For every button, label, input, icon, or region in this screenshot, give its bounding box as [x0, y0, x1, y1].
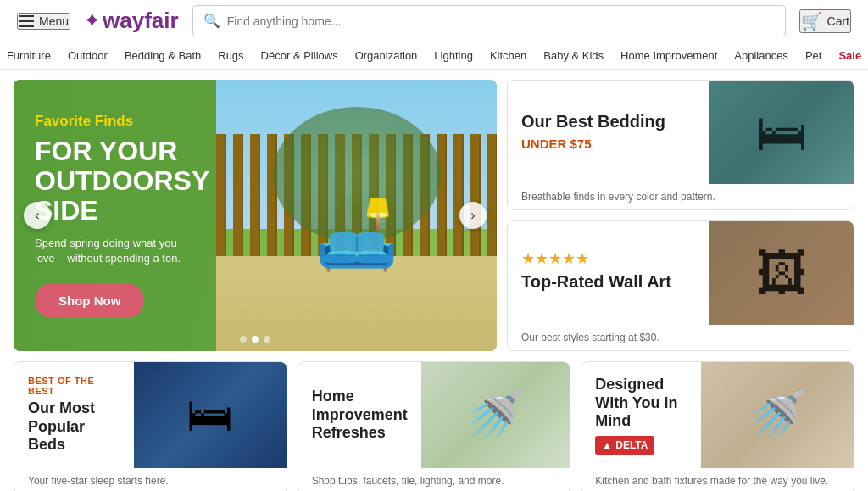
bottom-card-beds-text: BEST OF THE BEST Our Most Popular Beds [14, 362, 134, 468]
bottom-card-hi-text: Home Improvement Refreshes [298, 362, 421, 468]
hero-section: 🛋️ Favorite Finds FOR YOUR OUTDOORSY SID… [14, 80, 854, 351]
search-bar[interactable]: 🔍 [192, 5, 786, 36]
bottom-card-delta-image [701, 362, 854, 468]
search-icon: 🔍 [203, 13, 220, 29]
bottom-card-beds[interactable]: BEST OF THE BEST Our Most Popular Beds Y… [14, 361, 287, 491]
promo-card-wallart[interactable]: ★★★★★ Top-Rated Wall Art Our best styles… [507, 220, 854, 351]
nav-outdoor[interactable]: Outdoor [68, 49, 108, 62]
hero-banner: 🛋️ Favorite Finds FOR YOUR OUTDOORSY SID… [14, 80, 497, 351]
promo-bedding-title: Our Best Bedding [521, 111, 696, 131]
bottom-card-delta-text: Designed With You in Mind ▲ DELTA [581, 362, 701, 468]
nav-decor-pillows[interactable]: Décor & Pillows [261, 49, 338, 62]
cart-icon: 🛒 [801, 11, 822, 31]
nav-organization[interactable]: Organization [355, 49, 418, 62]
hero-cta-button[interactable]: Shop Now [35, 283, 144, 318]
promo-wallart-title: Top-Rated Wall Art [521, 271, 696, 292]
carousel-dots [240, 336, 270, 343]
carousel-dot-2[interactable] [252, 336, 259, 343]
bottom-card-beds-title: Our Most Popular Beds [28, 399, 120, 455]
promo-bedding-subtitle: UNDER $75 [521, 137, 696, 151]
bottom-card-beds-eyebrow: BEST OF THE BEST [28, 376, 120, 396]
menu-button[interactable]: Menu [17, 13, 70, 30]
site-header: Menu ✦ wayfair 🔍 🛒 Cart [0, 0, 868, 42]
bottom-card-delta-title: Designed With You in Mind [595, 376, 687, 431]
logo-icon: ✦ [84, 10, 99, 32]
delta-logo: ▲ DELTA [595, 436, 654, 455]
promo-bedding-image [709, 81, 854, 184]
nav-sale[interactable]: Sale [838, 49, 861, 62]
promo-wallart-caption: Our best styles starting at $30. [508, 325, 854, 350]
nav-furniture[interactable]: Furniture [7, 49, 51, 62]
bottom-cards-section: BEST OF THE BEST Our Most Popular Beds Y… [14, 361, 854, 491]
nav-kitchen[interactable]: Kitchen [490, 49, 526, 62]
promo-bedding-text: Our Best Bedding UNDER $75 [508, 81, 709, 184]
bottom-card-hi-title: Home Improvement Refreshes [312, 388, 408, 443]
hero-subtitle: Favorite Finds [35, 113, 195, 130]
hero-right-panels: Our Best Bedding UNDER $75 Breathable fi… [507, 80, 854, 351]
delta-triangle-icon: ▲ [602, 439, 612, 451]
nav-bedding-bath[interactable]: Bedding & Bath [125, 49, 201, 62]
promo-wallart-stars: ★★★★★ [521, 249, 696, 268]
nav-baby-kids[interactable]: Baby & Kids [543, 49, 604, 62]
hero-scene-bg: 🛋️ [216, 80, 497, 351]
carousel-next-button[interactable]: › [459, 202, 487, 229]
menu-label: Menu [39, 14, 69, 28]
promo-card-bedding[interactable]: Our Best Bedding UNDER $75 Breathable fi… [507, 80, 854, 210]
bottom-card-hi-image [421, 362, 570, 468]
nav-pet[interactable]: Pet [805, 49, 822, 62]
hero-description: Spend spring doing what you love – witho… [35, 236, 195, 266]
nav-lighting[interactable]: Lighting [434, 49, 473, 62]
main-content: 🛋️ Favorite Finds FOR YOUR OUTDOORSY SID… [0, 70, 868, 491]
sofa-image: 🛋️ [314, 195, 399, 275]
delta-label: DELTA [615, 439, 648, 451]
bottom-card-hi-caption: Shop tubs, faucets, tile, lighting, and … [298, 468, 570, 491]
hero-title: FOR YOUR OUTDOORSY SIDE [35, 137, 195, 226]
bottom-card-delta[interactable]: Designed With You in Mind ▲ DELTA Kitche… [581, 361, 854, 491]
carousel-prev-button[interactable]: ‹ [24, 202, 51, 229]
logo-text: wayfair [103, 8, 179, 34]
carousel-dot-3[interactable] [264, 336, 270, 343]
bottom-card-delta-caption: Kitchen and bath fixtures made for the w… [581, 468, 854, 491]
bottom-card-beds-caption: Your five-star sleep starts here. [14, 468, 287, 491]
nav-home-improvement[interactable]: Home Improvement [620, 49, 717, 62]
logo[interactable]: ✦ wayfair [84, 8, 179, 34]
cart-button[interactable]: 🛒 Cart [799, 9, 851, 33]
promo-wallart-text: ★★★★★ Top-Rated Wall Art [508, 221, 709, 325]
bottom-card-beds-image [134, 362, 287, 468]
main-nav: Furniture Outdoor Bedding & Bath Rugs Dé… [0, 42, 868, 70]
promo-wallart-image [709, 221, 854, 325]
promo-bedding-caption: Breathable finds in every color and patt… [508, 184, 854, 209]
bottom-card-home-improvement[interactable]: Home Improvement Refreshes Shop tubs, fa… [298, 361, 571, 491]
nav-rugs[interactable]: Rugs [218, 49, 243, 62]
hamburger-icon [19, 15, 34, 27]
nav-appliances[interactable]: Appliances [734, 49, 788, 62]
cart-label: Cart [827, 14, 849, 28]
search-input[interactable] [227, 14, 775, 28]
carousel-dot-1[interactable] [240, 336, 247, 343]
